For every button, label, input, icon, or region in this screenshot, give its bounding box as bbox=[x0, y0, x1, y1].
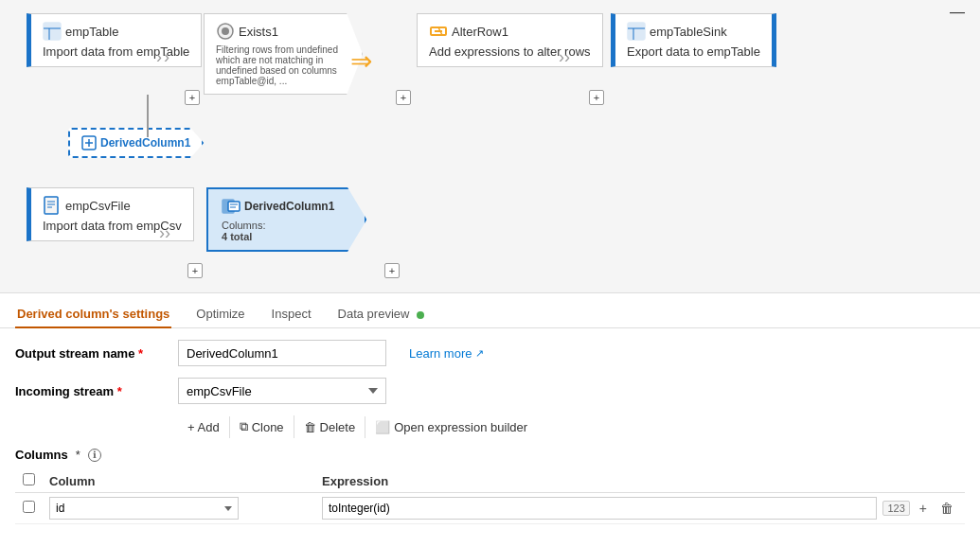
external-link-icon: ↗ bbox=[475, 347, 484, 360]
expression-builder-button[interactable]: ⬜ Open expression builder bbox=[365, 416, 537, 438]
column-header: Column bbox=[49, 474, 95, 488]
add-row-button[interactable]: + bbox=[916, 499, 931, 518]
learn-more-link[interactable]: Learn more ↗ bbox=[409, 346, 484, 361]
emp-table-sink-title: empTableSink bbox=[650, 25, 727, 39]
svg-rect-19 bbox=[228, 202, 240, 211]
columns-header-row: Columns * ℹ bbox=[15, 448, 965, 462]
column-name-select[interactable]: id bbox=[49, 497, 239, 520]
canvas-area: — empTable Import data from empTable › ›… bbox=[0, 0, 980, 293]
output-stream-input[interactable] bbox=[178, 340, 386, 366]
clone-button[interactable]: ⧉ Clone bbox=[230, 415, 294, 438]
delete-row-button[interactable]: 🗑 bbox=[936, 499, 957, 518]
emp-table-node[interactable]: empTable Import data from empTable bbox=[27, 13, 202, 67]
table-icon bbox=[43, 22, 62, 41]
exists1-node[interactable]: Exists1 Filtering rows from undefined wh… bbox=[204, 13, 363, 95]
svg-rect-14 bbox=[45, 197, 58, 214]
preview-indicator bbox=[417, 311, 424, 319]
arrow-orange: ⇒ bbox=[350, 45, 372, 77]
arrow-1: › › bbox=[156, 47, 169, 67]
columns-table-header: Column Expression bbox=[15, 469, 965, 493]
row-checkbox[interactable] bbox=[23, 501, 35, 513]
derived-column1-active-node[interactable]: DerivedColumn1 Columns: 4 total bbox=[206, 187, 366, 252]
toolbar-row: + Add ⧉ Clone 🗑 Delete ⬜ Open expression… bbox=[178, 415, 965, 438]
tab-optimize[interactable]: Optimize bbox=[194, 301, 246, 328]
delete-icon: 🗑 bbox=[304, 420, 316, 434]
plus-btn-csv[interactable]: + bbox=[187, 263, 203, 278]
emp-csv-file-title: empCsvFile bbox=[65, 199, 131, 213]
derived-active-desc-label: Columns: bbox=[222, 220, 265, 231]
emp-table-title: empTable bbox=[65, 25, 118, 39]
settings-content: Output stream name * Learn more ↗ Incomi… bbox=[0, 328, 980, 536]
expression-input[interactable] bbox=[322, 497, 877, 520]
plus-btn-derived-after[interactable]: + bbox=[384, 263, 400, 278]
columns-section: Columns * ℹ Column Expression bbox=[15, 448, 965, 524]
table-row: id 123 + 🗑 bbox=[15, 493, 965, 524]
tabs-row: Derived column's settings Optimize Inspe… bbox=[0, 293, 980, 328]
settings-panel: Derived column's settings Optimize Inspe… bbox=[0, 293, 980, 536]
type-badge: 123 bbox=[882, 501, 909, 516]
incoming-stream-label: Incoming stream * bbox=[15, 384, 167, 398]
incoming-stream-row: Incoming stream * empCsvFile bbox=[15, 378, 965, 404]
svg-rect-0 bbox=[44, 23, 61, 40]
alter-icon bbox=[429, 22, 448, 41]
derived-active-desc-value: 4 total bbox=[222, 231, 252, 242]
svg-point-4 bbox=[222, 27, 229, 35]
arrow-3: › › bbox=[559, 47, 570, 67]
emp-table-sink-node[interactable]: empTableSink Export data to empTable bbox=[611, 13, 776, 67]
tab-data-preview[interactable]: Data preview bbox=[336, 301, 427, 328]
plus-btn-1[interactable]: + bbox=[185, 90, 200, 105]
plus-btn-2[interactable]: + bbox=[396, 90, 411, 105]
alter-row1-node[interactable]: AlterRow1 Add expressions to alter rows bbox=[417, 13, 603, 67]
exists1-title: Exists1 bbox=[239, 25, 278, 39]
derived-column1-dashed-title: DerivedColumn1 bbox=[100, 136, 190, 150]
alter-row1-title: AlterRow1 bbox=[452, 25, 508, 39]
output-stream-row: Output stream name * Learn more ↗ bbox=[15, 340, 965, 366]
plus-btn-3[interactable]: + bbox=[589, 90, 604, 105]
sink-icon bbox=[627, 22, 646, 41]
connector-line bbox=[147, 95, 149, 137]
emp-table-sink-desc: Export data to empTable bbox=[627, 44, 760, 59]
filter-icon bbox=[216, 22, 235, 41]
tab-inspect[interactable]: Inspect bbox=[270, 301, 313, 328]
arrow-csv: › › bbox=[159, 223, 170, 243]
incoming-stream-select[interactable]: empCsvFile bbox=[178, 378, 386, 404]
derived-column1-dashed-node[interactable]: DerivedColumn1 bbox=[68, 128, 204, 158]
delete-button[interactable]: 🗑 Delete bbox=[294, 416, 366, 438]
clone-icon: ⧉ bbox=[240, 419, 248, 434]
expression-header: Expression bbox=[322, 474, 388, 488]
derived-active-icon bbox=[222, 197, 241, 216]
columns-info-icon[interactable]: ℹ bbox=[88, 449, 101, 462]
tab-settings[interactable]: Derived column's settings bbox=[15, 301, 171, 328]
add-button[interactable]: + Add bbox=[178, 416, 230, 438]
output-stream-label: Output stream name * bbox=[15, 346, 167, 361]
derived-column1-active-title: DerivedColumn1 bbox=[244, 200, 334, 213]
csv-icon bbox=[43, 196, 62, 215]
select-all-checkbox[interactable] bbox=[23, 473, 35, 485]
columns-label: Columns bbox=[15, 448, 68, 462]
derived-dashed-icon bbox=[81, 135, 97, 150]
expression-builder-icon: ⬜ bbox=[375, 420, 390, 434]
exists1-desc: Filtering rows from undefined which are … bbox=[216, 44, 339, 86]
minimize-button[interactable]: — bbox=[950, 4, 965, 21]
svg-rect-8 bbox=[628, 23, 645, 40]
